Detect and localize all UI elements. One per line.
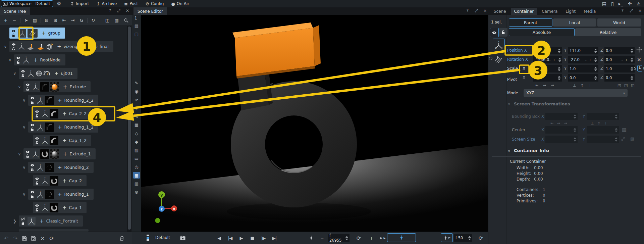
help-icon[interactable]: ? bbox=[620, 8, 625, 13]
row-add-icon[interactable]: + bbox=[62, 178, 67, 184]
close-icon[interactable]: ✕ bbox=[482, 8, 488, 13]
axis-icon[interactable] bbox=[27, 69, 35, 78]
geometry-thumbnail[interactable] bbox=[45, 190, 54, 199]
relative-values-button[interactable]: Relative bbox=[575, 28, 641, 36]
screen-size-fit-grid-icon[interactable]: ▨ bbox=[630, 136, 634, 141]
material-thumbnail[interactable] bbox=[50, 82, 59, 92]
scale-z-field[interactable]: 1.0 bbox=[604, 65, 635, 72]
chevron-down-icon[interactable]: ∨ bbox=[17, 152, 22, 156]
eye-icon[interactable] bbox=[21, 69, 25, 74]
keyframe-icon[interactable] bbox=[308, 234, 315, 242]
move-out-button[interactable]: ⇤ bbox=[60, 17, 68, 24]
search-button[interactable] bbox=[122, 17, 130, 24]
screen-transformations-chevron[interactable]: ∨ bbox=[508, 102, 510, 106]
center-grid-icon[interactable]: ▦ bbox=[622, 127, 627, 133]
tree-stats-button[interactable]: ▥ bbox=[113, 17, 120, 24]
pivot-y-field[interactable]: 0.0 bbox=[568, 74, 598, 82]
rotation-y-minus[interactable]: - bbox=[585, 58, 587, 62]
rotation-y-field[interactable]: -27.0-+ bbox=[568, 56, 598, 63]
tree-row-Rounding_1[interactable]: +Rounding_1 bbox=[28, 189, 94, 200]
redo-button[interactable]: ↷ bbox=[12, 235, 19, 242]
bb-align-bottom-icon[interactable]: ⊥ bbox=[591, 121, 594, 126]
container-name-label[interactable]: group bbox=[48, 31, 60, 36]
loop-mode-button[interactable]: ⟳ bbox=[354, 234, 363, 242]
eye-icon[interactable] bbox=[35, 177, 39, 181]
wave-tool-icon[interactable]: ∿ bbox=[133, 113, 140, 120]
tree-row-Rounding_2[interactable]: +Rounding_2 bbox=[28, 162, 94, 173]
container-name-label[interactable]: uj001 bbox=[61, 71, 73, 76]
transformation-tab-icon[interactable] bbox=[493, 39, 505, 51]
eye-icon[interactable] bbox=[25, 83, 30, 87]
eye-icon[interactable] bbox=[30, 163, 35, 167]
bb-y-field[interactable] bbox=[587, 113, 619, 120]
lock-open-icon[interactable] bbox=[35, 208, 39, 212]
snap-grid-icon[interactable]: ▦ bbox=[133, 172, 140, 179]
bb-align-center-x-icon[interactable]: ↔ bbox=[557, 121, 560, 126]
tree-row-Rounding_2_2[interactable]: +Rounding_2_2 bbox=[28, 95, 98, 106]
row-add-icon[interactable]: + bbox=[58, 97, 62, 103]
axis-icon[interactable] bbox=[41, 136, 49, 145]
container-name-label[interactable]: Extrude_1 bbox=[70, 151, 91, 156]
save-button[interactable] bbox=[21, 235, 28, 242]
pivot-depth-back-icon[interactable]: ◱ bbox=[631, 83, 634, 88]
save-as-button[interactable] bbox=[30, 235, 37, 242]
geometry-thumbnail[interactable] bbox=[40, 149, 49, 159]
container-name-label[interactable]: Rounding_1 bbox=[64, 192, 89, 197]
plugins-icon[interactable]: ✣ bbox=[628, 1, 632, 6]
brush-tool-icon[interactable]: ✑ bbox=[133, 96, 140, 103]
stop-button[interactable]: ■ bbox=[248, 234, 257, 242]
geometry-thumbnail[interactable] bbox=[45, 163, 54, 172]
view-stack-icon[interactable] bbox=[147, 235, 149, 241]
loop-range-button[interactable]: ⟳ bbox=[476, 234, 485, 242]
axis-icon[interactable] bbox=[41, 177, 49, 185]
eye-icon[interactable] bbox=[30, 96, 35, 100]
go-to-start-button[interactable]: |◀ bbox=[225, 234, 235, 242]
eye-icon[interactable] bbox=[35, 109, 39, 114]
library-icon[interactable]: ▯ bbox=[611, 1, 614, 6]
pivot-align-right-icon[interactable]: ⇥ bbox=[551, 83, 554, 88]
row-add-icon[interactable]: + bbox=[62, 138, 67, 144]
chevron-down-icon[interactable]: ∨ bbox=[12, 71, 17, 76]
lock-open-icon[interactable] bbox=[16, 60, 20, 64]
rotation-z-minus[interactable]: - bbox=[622, 58, 623, 62]
grid-tool-icon[interactable]: ▦ bbox=[133, 121, 140, 128]
chevron-down-icon[interactable]: ∨ bbox=[21, 98, 27, 103]
globe-settings-icon[interactable] bbox=[46, 42, 54, 51]
pivot-align-center-x-icon[interactable]: ↔ bbox=[543, 83, 546, 88]
menu-item-post[interactable]: ≣Post bbox=[124, 1, 138, 6]
eye-icon[interactable] bbox=[30, 123, 35, 127]
axis-icon[interactable] bbox=[32, 83, 40, 91]
lock-open-icon[interactable] bbox=[21, 74, 25, 78]
note-button[interactable]: ▤ bbox=[31, 17, 39, 24]
lock-open-icon[interactable] bbox=[11, 47, 16, 51]
lock-open-icon[interactable] bbox=[30, 127, 35, 132]
geometry-thumbnail[interactable] bbox=[40, 82, 49, 92]
texture-tool-icon[interactable]: ▨ bbox=[133, 147, 140, 153]
position-z-field[interactable]: 0.0 bbox=[604, 47, 635, 54]
layers-icon[interactable]: ▤ bbox=[133, 22, 140, 29]
world-space-button[interactable]: World bbox=[597, 18, 641, 27]
selection-visibility-toggle[interactable] bbox=[490, 28, 499, 37]
console-icon[interactable]: ▸_ bbox=[619, 1, 623, 6]
viewport[interactable]: y x z bbox=[141, 15, 488, 232]
chevron-down-icon[interactable]: ∨ bbox=[21, 125, 27, 130]
eye-slash-icon[interactable] bbox=[21, 217, 25, 221]
material-ramp-icon[interactable] bbox=[25, 42, 36, 51]
eye-icon[interactable] bbox=[30, 190, 35, 194]
menu-item-archive[interactable]: ↥Archive bbox=[96, 1, 117, 6]
position-reset-icon[interactable] bbox=[636, 47, 642, 54]
chevron-down-icon[interactable]: ∨ bbox=[21, 165, 27, 170]
pivot-depth-center-icon[interactable]: ◲ bbox=[624, 83, 628, 88]
tree-row-Extrude[interactable]: +Extrude bbox=[23, 81, 91, 92]
scale-single-button[interactable]: S bbox=[634, 66, 636, 70]
trash-icon[interactable] bbox=[118, 235, 125, 242]
target-tool-icon[interactable]: ⊕ bbox=[133, 189, 140, 195]
container-name-label[interactable]: Cap_1 bbox=[69, 205, 82, 210]
reimport-button[interactable]: ⟳ bbox=[48, 235, 55, 242]
pivot-align-left-icon[interactable]: ⇤ bbox=[535, 83, 538, 88]
help-icon[interactable]: ? bbox=[465, 8, 470, 13]
maximize-icon[interactable]: ⤢ bbox=[629, 8, 634, 13]
lock-open-icon[interactable] bbox=[25, 87, 30, 91]
scale-locked-button[interactable]: L bbox=[637, 65, 642, 71]
container-name-label[interactable]: Classic_Portrait bbox=[46, 218, 78, 224]
